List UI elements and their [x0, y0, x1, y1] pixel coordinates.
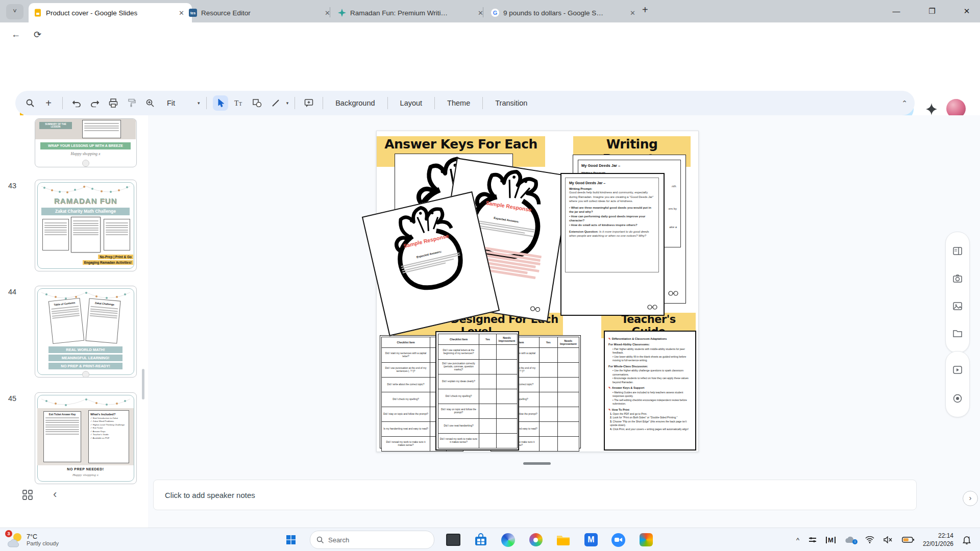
onedrive-icon[interactable]: i — [845, 536, 856, 543]
reload-icon[interactable]: ⟳ — [34, 29, 41, 40]
taskbar-app-colorful[interactable] — [638, 531, 655, 548]
tab-label: 9 pounds to dollars - Google Sea — [503, 9, 603, 17]
glasses-icon — [647, 305, 657, 310]
record-icon[interactable] — [952, 393, 963, 404]
clock-date[interactable]: 22/01/2026 — [923, 540, 953, 548]
guide-bullet: Pair higher-ability students with middle… — [612, 347, 692, 355]
tray-settings-icon[interactable] — [808, 536, 817, 543]
weather-widget[interactable]: 3 7°C Partly cloudy — [7, 532, 59, 547]
side-panel-toolbar-2 — [945, 351, 970, 417]
undo-icon[interactable] — [69, 95, 84, 111]
clock-time[interactable]: 22:14 — [923, 532, 953, 540]
image-icon[interactable] — [952, 301, 963, 311]
tab-search-icon[interactable]: ˅ — [6, 4, 23, 19]
zoom-select-caret-icon[interactable]: ▾ — [198, 101, 200, 106]
gemini-sparkle-icon[interactable] — [925, 102, 938, 116]
slide-number-45: 45 — [2, 394, 22, 403]
tab-ramadan-fun[interactable]: Ramadan Fun: Premium Writing P ✕ — [333, 3, 491, 22]
taskbar-app-edge[interactable] — [500, 531, 517, 548]
tes-favicon-icon: tes — [189, 9, 197, 17]
start-button[interactable] — [282, 531, 300, 548]
tab-resource-editor[interactable]: tes Resource Editor ✕ — [184, 3, 338, 22]
play-icon[interactable] — [952, 365, 963, 375]
print-icon[interactable] — [106, 95, 121, 111]
line-tool-caret-icon[interactable]: ▾ — [286, 101, 289, 106]
window-close-button[interactable]: ✕ — [957, 5, 977, 17]
taskbar-app-photos[interactable] — [527, 531, 545, 548]
folder-icon[interactable] — [952, 329, 963, 339]
transition-button[interactable]: Transition — [489, 96, 533, 110]
redo-icon[interactable] — [87, 95, 103, 111]
tray-expand-icon[interactable]: ^ — [796, 536, 799, 544]
tab-close-icon[interactable]: ✕ — [627, 8, 638, 18]
answer-keys-art: Answer Key Sample Response Expected Answ… — [379, 153, 563, 321]
slide-thumbnail-44[interactable]: Table of Contents Zakat Challenge REAL W… — [35, 286, 137, 378]
volume-muted-icon[interactable] — [884, 536, 893, 543]
collapse-filmstrip-icon[interactable]: ‹ — [53, 488, 57, 501]
gift-bag-icon — [378, 197, 477, 299]
back-icon[interactable]: ← — [11, 29, 20, 40]
screenshot-camera-icon[interactable] — [952, 273, 963, 284]
wifi-icon[interactable] — [865, 536, 874, 543]
select-tool-icon[interactable] — [213, 95, 228, 111]
notifications-bell-icon[interactable]: z — [962, 535, 971, 544]
line-tool-icon[interactable] — [268, 95, 283, 111]
shape-icon[interactable] — [250, 95, 265, 111]
text-box-icon[interactable]: TT — [231, 95, 247, 111]
browser-toolbar: ← ⟳ https://docs.google.com/presentation… — [0, 22, 980, 47]
tab-product-cover[interactable]: Product cover - Google Slides ✕ — [29, 3, 192, 22]
current-slide[interactable]: Answer Keys For Each Level Writing Promp… — [376, 131, 699, 452]
writing-prompts-art: My Good Deeds Jar – Writing Prompt: Duri… — [560, 153, 697, 326]
glasses-icon — [530, 306, 541, 312]
taskbar-search-box[interactable]: Search — [310, 531, 434, 549]
guide-heading: For Whole-Class Discussion: — [608, 364, 692, 368]
battery-icon[interactable] — [902, 537, 914, 543]
search-menus-icon[interactable] — [22, 95, 38, 111]
speaker-notes[interactable]: Click to add speaker notes — [153, 480, 917, 510]
insert-comment-icon[interactable] — [301, 95, 316, 111]
svg-text:G: G — [493, 10, 498, 16]
file-explorer-icon — [556, 534, 570, 545]
panel-icon[interactable] — [952, 246, 963, 256]
new-tab-button[interactable]: + — [642, 4, 648, 16]
paint-format-icon[interactable] — [124, 95, 139, 111]
tab-close-icon[interactable]: ✕ — [475, 8, 486, 18]
tab-google-search[interactable]: G 9 pounds to dollars - Google Sea ✕ — [486, 3, 643, 22]
taskbar-app-m365[interactable]: M — [582, 531, 600, 548]
garland-decoration — [39, 397, 132, 408]
horizontal-scrollbar[interactable] — [523, 462, 551, 465]
new-slide-icon[interactable]: + — [41, 95, 56, 111]
col-header: Needs Improvement — [557, 337, 579, 348]
slide-thumbnail-45[interactable]: Exit Ticket Answer Key What's Included? … — [35, 392, 137, 484]
window-restore-button[interactable]: ❐ — [922, 5, 942, 17]
filmstrip-scrollbar[interactable] — [142, 369, 144, 399]
card-heading: My Good Deeds Jar – — [569, 181, 655, 185]
script-text: Happy shopping x — [35, 473, 136, 477]
grid-view-icon[interactable] — [21, 489, 34, 501]
window-minimize-button[interactable]: — — [886, 5, 906, 17]
divider — [206, 97, 207, 109]
slides-favicon-icon — [34, 9, 42, 17]
taskbar-app-store[interactable] — [472, 531, 489, 548]
guide-bullet: The self-editing checklist encourages in… — [612, 398, 692, 406]
layout-button[interactable]: Layout — [394, 96, 429, 110]
sidebar-toggle-icon[interactable]: › — [963, 491, 978, 506]
im-logo-icon[interactable]: M — [826, 537, 836, 543]
tab-close-icon[interactable]: ✕ — [322, 8, 333, 18]
google-favicon-icon: G — [491, 9, 499, 17]
slide-thumbnail-43[interactable]: RAMADAN FUN Zakat Charity Math Challenge… — [35, 180, 137, 271]
taskbar-app-desktop[interactable] — [445, 531, 462, 548]
slide-thumbnail-42[interactable]: SUMMARY OF THE LESSON WRAP YOUR LESSONS … — [35, 118, 137, 167]
zoom-icon[interactable] — [142, 95, 158, 111]
divider — [62, 97, 63, 109]
taskbar-app-explorer[interactable] — [555, 531, 572, 548]
taskbar-app-zoom[interactable] — [610, 531, 627, 548]
script-text: Happy shopping x — [35, 152, 136, 156]
col-header: Yes — [479, 334, 497, 345]
collapse-toolbar-icon[interactable]: ⌃ — [901, 99, 908, 107]
theme-button[interactable]: Theme — [441, 96, 476, 110]
background-button[interactable]: Background — [329, 96, 381, 110]
pencil-icon: ✎ — [608, 337, 611, 340]
zoom-select[interactable]: Fit — [161, 96, 181, 110]
prompt-bullet: How do small acts of kindness inspire ot… — [571, 223, 638, 227]
